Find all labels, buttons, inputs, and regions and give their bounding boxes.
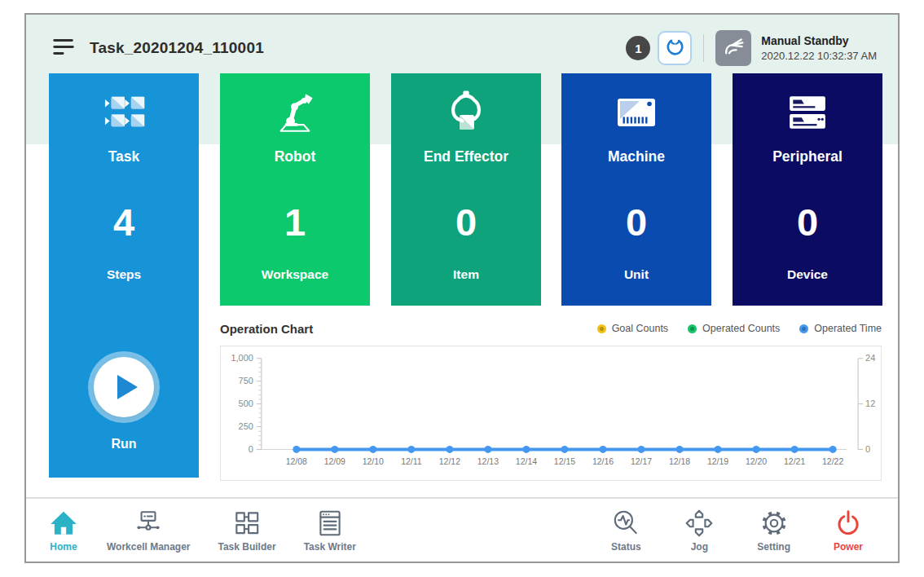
- svg-text:1,000: 1,000: [231, 353, 253, 363]
- legend-item-goal-counts[interactable]: Goal Counts: [597, 323, 668, 334]
- legend-label: Goal Counts: [612, 323, 668, 334]
- end-effector-icon: [391, 88, 541, 137]
- nav-item-label: Task Writer: [304, 541, 356, 553]
- run-button[interactable]: Run: [49, 357, 199, 451]
- svg-text:0: 0: [865, 444, 870, 454]
- header-bar: Task_20201204_110001 1 Manual Standby 20…: [26, 24, 898, 72]
- svg-text:12/14: 12/14: [516, 457, 537, 466]
- svg-text:750: 750: [239, 376, 253, 385]
- legend-item-operated-time[interactable]: Operated Time: [799, 323, 882, 334]
- card-robot[interactable]: Robot 1 Workspace Run: [220, 73, 370, 306]
- svg-text:0: 0: [249, 444, 253, 454]
- nav-item-label: Power: [834, 541, 863, 553]
- nav-item-task-builder[interactable]: Task Builder: [204, 508, 289, 553]
- home-icon: [48, 508, 79, 539]
- legend-dot-goal-counts: [597, 324, 606, 333]
- notification-badge: 1: [626, 36, 650, 60]
- svg-text:12/15: 12/15: [554, 457, 575, 466]
- svg-text:12/11: 12/11: [401, 457, 422, 466]
- jog-icon: [684, 508, 715, 539]
- card-task[interactable]: Task 4 Steps Run: [49, 73, 199, 478]
- status-mode-label: Manual Standby: [761, 34, 877, 47]
- svg-text:12/12: 12/12: [439, 457, 460, 466]
- nav-group-left: HomeWorkcell ManagerTask BuilderTask Wri…: [34, 508, 370, 553]
- bottom-nav: HomeWorkcell ManagerTask BuilderTask Wri…: [26, 497, 898, 562]
- status-timestamp: 2020.12.22 10:32:37 AM: [761, 50, 877, 62]
- legend-dot-operated-counts: [688, 324, 697, 333]
- nav-item-label: Task Builder: [218, 541, 275, 553]
- card-unit: Device: [733, 267, 882, 282]
- card-label: Robot: [220, 148, 370, 165]
- svg-text:12/20: 12/20: [746, 457, 767, 466]
- card-unit: Unit: [561, 267, 711, 282]
- run-label: Run: [111, 437, 136, 451]
- svg-text:12/17: 12/17: [631, 457, 652, 466]
- legend-item-operated-counts[interactable]: Operated Counts: [688, 323, 780, 334]
- svg-text:12: 12: [865, 399, 875, 408]
- hand-icon: [721, 34, 746, 63]
- card-label: Peripheral: [733, 148, 882, 165]
- card-label: Machine: [561, 148, 711, 165]
- robot-arm-icon: [220, 88, 370, 137]
- task-steps-icon: [49, 88, 199, 137]
- card-value: 4: [49, 201, 199, 244]
- card-value: 0: [561, 201, 711, 244]
- nav-item-status[interactable]: Status: [589, 508, 662, 553]
- robot-status: Manual Standby 2020.12.22 10:32:37 AM: [761, 34, 877, 62]
- nav-item-workcell-manager[interactable]: Workcell Manager: [93, 508, 204, 553]
- svg-text:250: 250: [239, 421, 253, 431]
- task-writer-icon: [315, 508, 345, 539]
- hamburger-icon: [52, 37, 75, 59]
- svg-text:12/19: 12/19: [707, 457, 728, 466]
- nav-item-task-writer[interactable]: Task Writer: [290, 508, 370, 553]
- nav-item-home[interactable]: Home: [34, 508, 93, 553]
- chart-title: Operation Chart: [220, 322, 313, 336]
- chart-svg: 02505007501,0000122412/0812/0912/1012/11…: [221, 346, 881, 480]
- card-unit: Steps: [49, 267, 199, 282]
- run-circle[interactable]: [94, 357, 154, 417]
- nav-item-label: Home: [50, 541, 77, 553]
- gripper-icon: [664, 36, 686, 60]
- chart-legend: Goal CountsOperated CountsOperated Time: [597, 323, 882, 334]
- nav-item-label: Jog: [691, 541, 708, 553]
- manual-mode-button[interactable]: [715, 30, 751, 66]
- machine-icon: [561, 88, 711, 137]
- end-effector-tool-button[interactable]: [658, 31, 692, 65]
- nav-item-jog[interactable]: Jog: [662, 508, 736, 553]
- nav-item-label: Status: [611, 541, 641, 553]
- svg-text:12/21: 12/21: [784, 457, 805, 466]
- operation-chart-canvas: 02505007501,0000122412/0812/0912/1012/11…: [221, 346, 881, 480]
- nav-item-label: Setting: [757, 541, 790, 553]
- card-machine[interactable]: Machine 0 Unit Run: [561, 73, 711, 306]
- nav-item-power[interactable]: Power: [812, 508, 885, 553]
- operation-chart: 02505007501,0000122412/0812/0912/1012/11…: [220, 346, 882, 481]
- svg-text:12/13: 12/13: [477, 457, 499, 466]
- card-label: End Effector: [391, 148, 541, 165]
- svg-text:12/22: 12/22: [822, 457, 843, 466]
- svg-text:12/18: 12/18: [669, 457, 690, 466]
- main-frame: Task_20201204_110001 1 Manual Standby 20…: [24, 13, 900, 563]
- card-peripheral[interactable]: Peripheral 0 Device Run: [733, 73, 882, 306]
- workcell-manager-icon: [133, 508, 164, 539]
- peripheral-icon: [733, 88, 882, 137]
- nav-item-setting[interactable]: Setting: [736, 508, 812, 553]
- card-unit: Workspace: [220, 267, 370, 282]
- power-icon: [833, 508, 864, 539]
- svg-text:12/09: 12/09: [324, 457, 345, 466]
- legend-dot-operated-time: [799, 324, 808, 333]
- menu-button[interactable]: [51, 35, 77, 61]
- card-end-effector[interactable]: End Effector 0 Item Run: [391, 73, 541, 306]
- series-operated-time: [293, 446, 836, 453]
- svg-text:500: 500: [239, 399, 253, 408]
- card-value: 1: [220, 201, 370, 244]
- nav-group-right: StatusJogSettingPower: [589, 508, 885, 553]
- header-divider: [703, 34, 704, 62]
- legend-label: Operated Time: [814, 323, 882, 334]
- legend-label: Operated Counts: [702, 323, 780, 334]
- status-icon: [610, 508, 641, 539]
- chart-header-row: Operation Chart Goal CountsOperated Coun…: [220, 319, 882, 337]
- task-title: Task_20201204_110001: [90, 39, 264, 57]
- play-icon: [117, 375, 138, 399]
- svg-text:24: 24: [865, 353, 875, 363]
- card-label: Task: [49, 148, 199, 165]
